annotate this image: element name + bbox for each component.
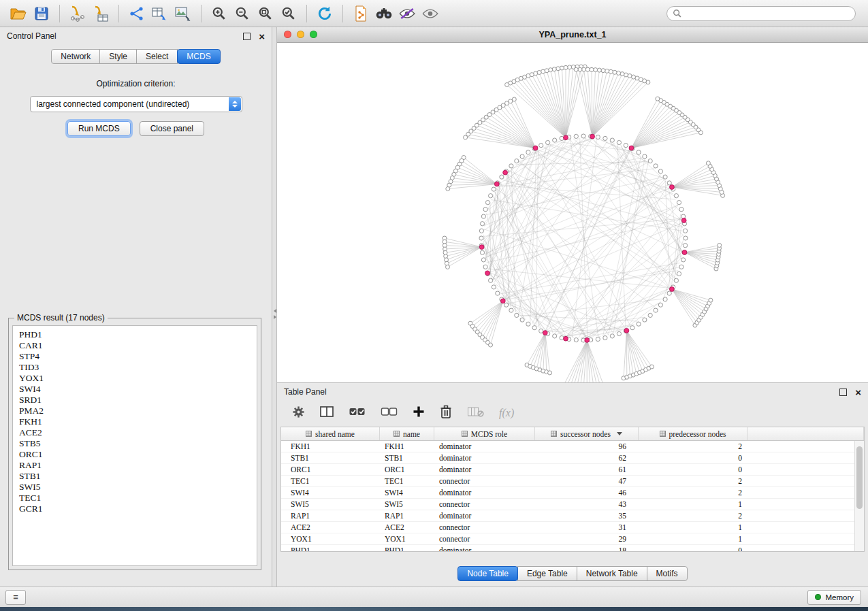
mcds-result-item[interactable]: PMA2 xyxy=(19,406,257,416)
tab-edge-table[interactable]: Edge Table xyxy=(517,566,577,581)
columns-icon xyxy=(320,406,334,418)
memory-button[interactable]: Memory xyxy=(807,590,861,605)
column-header-shared-name[interactable]: shared name xyxy=(281,427,380,440)
export-network-button[interactable] xyxy=(125,3,148,24)
deselect-all-button[interactable] xyxy=(381,406,398,420)
table-row[interactable]: YOX1YOX1connector291 xyxy=(281,533,864,545)
mcds-result-item[interactable]: TID3 xyxy=(19,362,257,373)
tab-network[interactable]: Network xyxy=(51,49,100,64)
show-all-button[interactable] xyxy=(419,3,442,24)
mcds-result-item[interactable]: SRD1 xyxy=(19,395,257,406)
table-row[interactable]: ACE2ACE2connector311 xyxy=(281,522,864,533)
mcds-result-item[interactable]: RAP1 xyxy=(19,460,257,471)
zoom-fit-button[interactable] xyxy=(254,3,277,24)
close-window-icon[interactable] xyxy=(284,31,291,38)
hide-selected-button[interactable] xyxy=(396,3,419,24)
import-network-button[interactable] xyxy=(66,3,89,24)
attribute-type-icon xyxy=(660,431,666,437)
tab-network-table[interactable]: Network Table xyxy=(577,566,647,581)
mcds-result-list[interactable]: PHD1CAR1STP4TID3YOX1SWI4SRD1PMA2FKH1ACE2… xyxy=(12,325,257,566)
table-panel-title: Table Panel xyxy=(284,387,327,397)
toolbar-separator xyxy=(201,5,202,22)
table-row[interactable]: RAP1RAP1dominator352 xyxy=(281,510,864,522)
column-header-MCDS-role[interactable]: MCDS role xyxy=(434,427,535,440)
close-panel-icon[interactable]: × xyxy=(259,31,265,42)
criterion-dropdown[interactable]: largest connected component (undirected) xyxy=(30,96,242,112)
hide-column-button[interactable] xyxy=(467,406,484,420)
export-table-button[interactable] xyxy=(148,3,172,24)
column-header-name[interactable]: name xyxy=(380,427,434,440)
tab-mcds[interactable]: MCDS xyxy=(177,49,220,64)
table-row[interactable]: ORC1ORC1dominator610 xyxy=(281,464,864,476)
float-window-icon[interactable] xyxy=(839,389,847,396)
search-network-button[interactable] xyxy=(372,3,396,24)
tab-style[interactable]: Style xyxy=(99,49,137,64)
mcds-result-item[interactable]: ORC1 xyxy=(19,449,257,460)
zoom-selected-icon xyxy=(281,6,296,21)
function-builder-button[interactable]: f(x) xyxy=(499,407,514,419)
mcds-result-item[interactable]: STB5 xyxy=(19,438,257,449)
mcds-result-item[interactable]: SWI5 xyxy=(19,482,257,493)
select-all-button[interactable] xyxy=(349,406,366,420)
attribute-type-icon xyxy=(551,431,557,437)
share-document-button[interactable] xyxy=(349,3,372,24)
mcds-result-item[interactable]: ACE2 xyxy=(19,427,257,438)
import-table-button[interactable] xyxy=(89,3,112,24)
mcds-result-item[interactable]: CAR1 xyxy=(19,340,257,351)
refresh-view-button[interactable] xyxy=(313,3,336,24)
import-table-icon xyxy=(92,5,110,22)
table-row[interactable]: PHD1PHD1dominator180 xyxy=(281,545,864,552)
mcds-result-item[interactable]: FKH1 xyxy=(19,416,257,427)
float-window-icon[interactable] xyxy=(243,33,251,40)
table-row[interactable]: SWI5SWI5connector431 xyxy=(281,499,864,510)
panel-splitter[interactable] xyxy=(272,27,277,587)
control-panel-header: Control Panel × xyxy=(0,27,272,45)
scrollbar-thumb[interactable] xyxy=(856,446,863,509)
splitter-handle-icon[interactable] xyxy=(272,305,277,323)
close-panel-button[interactable]: Close panel xyxy=(140,121,204,136)
control-panel: Control Panel × NetworkStyleSelectMCDS O… xyxy=(0,27,272,587)
dropdown-stepper-icon xyxy=(229,97,241,111)
toolbar-separator xyxy=(59,5,60,22)
close-panel-icon[interactable]: × xyxy=(855,387,861,397)
mcds-result-item[interactable]: PHD1 xyxy=(19,329,257,340)
network-canvas[interactable] xyxy=(277,43,868,382)
mcds-result-item[interactable]: STP4 xyxy=(19,351,257,362)
zoom-selected-button[interactable] xyxy=(277,3,300,24)
chevron-down-icon xyxy=(617,432,622,435)
table-row[interactable]: STB1STB1dominator620 xyxy=(281,452,864,464)
mcds-result-item[interactable]: TEC1 xyxy=(19,493,257,503)
table-scrollbar[interactable] xyxy=(854,441,864,551)
zoom-in-button[interactable] xyxy=(208,3,231,24)
mcds-result-item[interactable]: GCR1 xyxy=(19,503,257,514)
hide-column-icon xyxy=(467,406,484,417)
show-columns-button[interactable] xyxy=(320,406,334,420)
mcds-result-item[interactable]: STB1 xyxy=(19,471,257,482)
mcds-result-item[interactable]: YOX1 xyxy=(19,373,257,384)
window-controls xyxy=(284,31,317,38)
tab-select[interactable]: Select xyxy=(136,49,178,64)
maximize-window-icon[interactable] xyxy=(310,31,317,38)
zoom-out-button[interactable] xyxy=(231,3,254,24)
add-column-button[interactable] xyxy=(413,406,425,420)
minimize-window-icon[interactable] xyxy=(297,31,304,38)
export-image-button[interactable] xyxy=(172,3,195,24)
open-file-button[interactable] xyxy=(7,3,30,24)
tab-node-table[interactable]: Node Table xyxy=(457,566,518,581)
run-mcds-button[interactable]: Run MCDS xyxy=(67,121,131,136)
mcds-result-item[interactable]: SWI4 xyxy=(19,384,257,395)
table-row[interactable]: SWI4SWI4dominator462 xyxy=(281,487,864,499)
save-session-button[interactable] xyxy=(30,3,53,24)
network-graph[interactable] xyxy=(277,43,868,382)
column-header-predecessor-nodes[interactable]: predecessor nodes xyxy=(639,427,748,440)
table-row[interactable]: FKH1FKH1dominator962 xyxy=(281,441,864,452)
search-box xyxy=(666,6,856,21)
search-input[interactable] xyxy=(682,8,850,19)
deselect-all-icon xyxy=(381,406,398,417)
delete-column-button[interactable] xyxy=(440,405,452,421)
table-settings-button[interactable] xyxy=(292,406,305,421)
tab-motifs[interactable]: Motifs xyxy=(647,566,688,581)
table-row[interactable]: TEC1TEC1connector472 xyxy=(281,476,864,487)
column-header-successor-nodes[interactable]: successor nodes xyxy=(535,427,639,440)
status-menu-button[interactable]: ≡ xyxy=(5,590,26,605)
